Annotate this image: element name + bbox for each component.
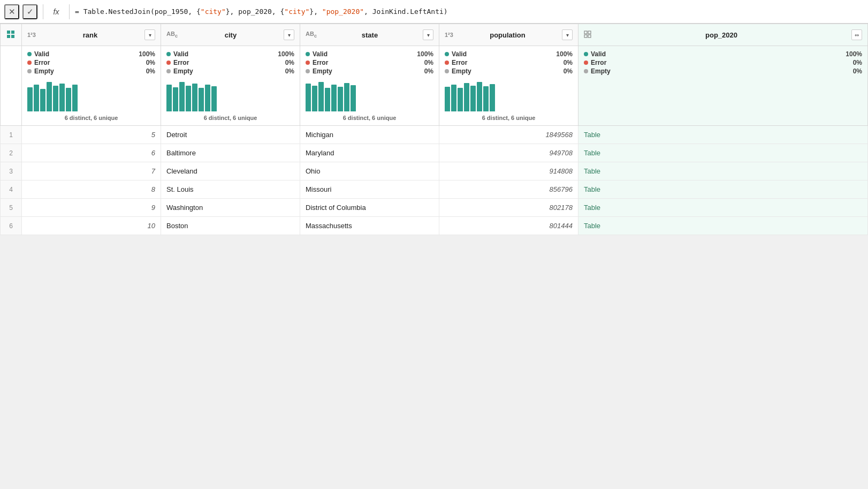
row-number-cell: 6: [1, 217, 22, 235]
population-error-label: Error: [452, 59, 467, 66]
city-empty-dot: [166, 69, 171, 73]
row-number-cell: 2: [1, 144, 22, 162]
city-empty-label: Empty: [173, 67, 193, 75]
pop2020-cell: Table: [578, 144, 868, 162]
table-row[interactable]: 6 10 Boston Massachusetts 801444 Table: [1, 217, 868, 235]
population-cell: 949708: [439, 144, 578, 162]
col-header-city: ABc city ▾: [161, 24, 300, 46]
column-header-row: 1²3 rank ▾ ABc city ▾ ABc: [1, 24, 868, 46]
stats-row: Valid 100% Error 0% Empty 0%: [1, 46, 868, 126]
population-valid-dot: [445, 52, 449, 56]
city-filter-button[interactable]: ▾: [284, 29, 294, 40]
population-empty-label: Empty: [452, 67, 471, 75]
rank-col-name: rank: [39, 31, 142, 39]
formula-bar-divider: [43, 4, 43, 19]
state-cell: Michigan: [300, 126, 439, 144]
row-number-cell: 4: [1, 180, 22, 199]
state-error-pct: 0%: [424, 59, 433, 66]
table-row[interactable]: 5 9 Washington District of Columbia 8021…: [1, 199, 868, 217]
rank-error-pct: 0%: [146, 59, 155, 66]
city-cell: Washington: [161, 199, 300, 217]
grid-icon: [1, 30, 21, 40]
data-table: 1²3 rank ▾ ABc city ▾ ABc: [0, 24, 868, 235]
population-valid-label: Valid: [452, 50, 467, 58]
city-mini-bars: [166, 79, 294, 111]
population-cell: 914808: [439, 162, 578, 180]
svg-rect-1: [11, 31, 14, 34]
state-cell: Massachusetts: [300, 217, 439, 235]
pop2020-cell: Table: [578, 126, 868, 144]
pop2020-cell: Table: [578, 162, 868, 180]
state-mini-bars: [306, 79, 433, 111]
col-header-state: ABc state ▾: [300, 24, 439, 46]
rank-mini-bars: [27, 79, 155, 111]
city-cell: Boston: [161, 217, 300, 235]
formula-display: = Table.NestedJoin(pop_1950, {"city"}, p…: [75, 7, 864, 16]
confirm-button[interactable]: ✓: [22, 4, 37, 19]
state-empty-pct: 0%: [424, 67, 433, 75]
city-empty-pct: 0%: [285, 67, 294, 75]
population-error-dot: [445, 61, 449, 65]
row-number-cell: 1: [1, 126, 22, 144]
pop2020-empty-dot: [584, 69, 588, 73]
city-cell: Detroit: [161, 126, 300, 144]
rank-filter-button[interactable]: ▾: [144, 29, 155, 40]
stats-population: Valid 100% Error 0% Empty 0%: [439, 46, 578, 126]
rank-valid-label: Valid: [34, 50, 49, 58]
state-cell: Missouri: [300, 180, 439, 199]
population-distinct: 6 distinct, 6 unique: [445, 115, 573, 121]
city-type-icon: ABc: [166, 31, 178, 39]
population-valid-pct: 100%: [556, 50, 573, 58]
rank-empty-dot: [27, 69, 32, 73]
state-valid-pct: 100%: [417, 50, 433, 58]
rank-cell: 7: [22, 162, 161, 180]
city-valid-label: Valid: [173, 50, 188, 58]
rank-empty-label: Empty: [34, 67, 54, 75]
table-wrapper: 1²3 rank ▾ ABc city ▾ ABc: [0, 24, 868, 235]
row-number-cell: 3: [1, 162, 22, 180]
pop2020-expand-button[interactable]: ⇔: [851, 29, 862, 40]
svg-rect-7: [588, 35, 591, 37]
state-filter-button[interactable]: ▾: [423, 29, 433, 40]
state-col-name: state: [319, 31, 420, 39]
city-distinct: 6 distinct, 6 unique: [166, 115, 294, 121]
pop2020-empty-label: Empty: [591, 67, 611, 75]
row-number-cell: 5: [1, 199, 22, 217]
table-row[interactable]: 3 7 Cleveland Ohio 914808 Table: [1, 162, 868, 180]
state-empty-label: Empty: [313, 67, 332, 75]
stats-rank: Valid 100% Error 0% Empty 0%: [22, 46, 161, 126]
stats-pop2020: Valid 100% Error 0% Empty 0%: [578, 46, 868, 126]
pop2020-col-name: pop_2020: [594, 31, 849, 39]
state-empty-dot: [306, 69, 310, 73]
cancel-button[interactable]: ✕: [4, 4, 19, 19]
stats-row-num: [1, 46, 22, 126]
population-filter-button[interactable]: ▾: [562, 29, 573, 40]
state-valid-label: Valid: [313, 50, 328, 58]
state-cell: District of Columbia: [300, 199, 439, 217]
city-cell: Baltimore: [161, 144, 300, 162]
formula-bar: ✕ ✓ fx = Table.NestedJoin(pop_1950, {"ci…: [0, 0, 868, 24]
col-header-rank: 1²3 rank ▾: [22, 24, 161, 46]
pop2020-empty-pct: 0%: [853, 67, 862, 75]
rank-empty-pct: 0%: [146, 67, 155, 75]
population-cell: 1849568: [439, 126, 578, 144]
state-cell: Ohio: [300, 162, 439, 180]
rank-error-label: Error: [34, 59, 50, 66]
table-row[interactable]: 1 5 Detroit Michigan 1849568 Table: [1, 126, 868, 144]
table-row[interactable]: 2 6 Baltimore Maryland 949708 Table: [1, 144, 868, 162]
population-col-name: population: [456, 31, 559, 39]
city-cell: Cleveland: [161, 162, 300, 180]
city-col-name: city: [180, 31, 281, 39]
table-row[interactable]: 4 8 St. Louis Missouri 856796 Table: [1, 180, 868, 199]
state-cell: Maryland: [300, 144, 439, 162]
rank-valid-pct: 100%: [139, 50, 155, 58]
state-error-label: Error: [313, 59, 328, 66]
state-type-icon: ABc: [306, 31, 317, 39]
city-error-pct: 0%: [285, 59, 294, 66]
stats-state: Valid 100% Error 0% Empty 0%: [300, 46, 439, 126]
city-error-dot: [166, 61, 171, 65]
pop2020-valid-label: Valid: [591, 50, 606, 58]
svg-rect-5: [588, 31, 591, 34]
stats-city: Valid 100% Error 0% Empty 0%: [161, 46, 300, 126]
population-cell: 856796: [439, 180, 578, 199]
